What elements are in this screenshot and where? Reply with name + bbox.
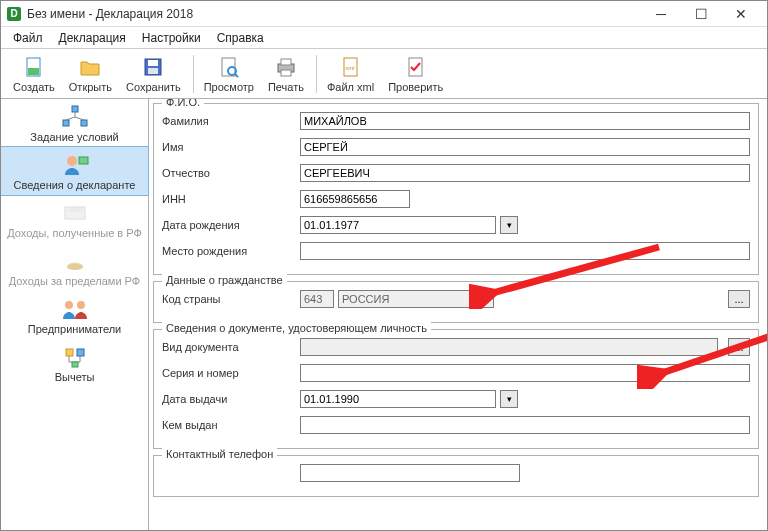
menubar: Файл Декларация Настройки Справка (1, 27, 767, 49)
menu-settings[interactable]: Настройки (134, 28, 209, 48)
doc-type-browse-button[interactable]: ... (728, 338, 750, 356)
toolbar-open-label: Открыть (69, 81, 112, 93)
toolbar-preview[interactable]: Просмотр (198, 52, 260, 96)
svg-line-7 (235, 74, 238, 77)
issued-by-label: Кем выдан (162, 419, 300, 431)
main-area: Задание условий Сведения о декларанте До… (1, 99, 767, 530)
groupbox-fio: Ф.И.О. Фамилия Имя Отчество ИНН Дата рож… (153, 103, 759, 275)
issue-date-dropdown-button[interactable]: ▾ (500, 390, 518, 408)
minimize-button[interactable]: ─ (641, 1, 681, 27)
inn-input[interactable] (300, 190, 410, 208)
country-browse-button[interactable]: ... (728, 290, 750, 308)
patronymic-label: Отчество (162, 167, 300, 179)
groupbox-phone: Контактный телефон (153, 455, 759, 497)
issued-by-input[interactable] (300, 416, 750, 434)
toolbar-check-label: Проверить (388, 81, 443, 93)
save-icon (141, 55, 165, 79)
new-file-icon (22, 55, 46, 79)
toolbar-save[interactable]: Сохранить (120, 52, 187, 96)
svg-rect-15 (63, 120, 69, 126)
sidebar-item-income-rf[interactable]: Доходы, полученные в РФ (1, 195, 148, 243)
toolbar: Создать Открыть Сохранить Просмотр Печат… (1, 49, 767, 99)
content-area: Ф.И.О. Фамилия Имя Отчество ИНН Дата рож… (149, 99, 767, 530)
conditions-icon (59, 105, 91, 129)
dob-dropdown-button[interactable]: ▾ (500, 216, 518, 234)
country-code-input (300, 290, 334, 308)
groupbox-citizenship: Данные о гражданстве Код страны ... (153, 281, 759, 323)
svg-text:xml: xml (345, 65, 354, 71)
groupbox-id-doc: Сведения о документе, удостоверяющем лич… (153, 329, 759, 449)
toolbar-print-label: Печать (268, 81, 304, 93)
check-icon (404, 55, 428, 79)
sidebar-label: Предприниматели (28, 323, 121, 335)
svg-rect-21 (79, 157, 88, 164)
groupbox-legend: Ф.И.О. (162, 99, 204, 108)
menu-declaration[interactable]: Декларация (51, 28, 134, 48)
svg-rect-3 (148, 60, 158, 66)
close-button[interactable]: ✕ (721, 1, 761, 27)
dob-input[interactable] (300, 216, 496, 234)
toolbar-create-label: Создать (13, 81, 55, 93)
maximize-button[interactable]: ☐ (681, 1, 721, 27)
svg-line-19 (75, 117, 84, 120)
sidebar-item-conditions[interactable]: Задание условий (1, 99, 148, 147)
deductions-icon (59, 345, 91, 369)
issue-date-input[interactable] (300, 390, 496, 408)
sidebar-item-declarant[interactable]: Сведения о декларанте (0, 146, 149, 196)
name-label: Имя (162, 141, 300, 153)
svg-rect-16 (81, 120, 87, 126)
toolbar-separator (316, 55, 317, 93)
svg-rect-27 (66, 349, 73, 356)
titlebar: D Без имени - Декларация 2018 ─ ☐ ✕ (1, 1, 767, 27)
app-icon: D (7, 7, 21, 21)
svg-point-20 (67, 156, 77, 166)
entrepreneurs-icon (59, 297, 91, 321)
surname-label: Фамилия (162, 115, 300, 127)
series-input[interactable] (300, 364, 750, 382)
xml-file-icon: xml (339, 55, 363, 79)
print-icon (274, 55, 298, 79)
toolbar-open[interactable]: Открыть (63, 52, 118, 96)
svg-rect-9 (281, 59, 291, 65)
svg-point-23 (67, 208, 83, 212)
toolbar-xml[interactable]: xml Файл xml (321, 52, 380, 96)
svg-line-18 (66, 117, 75, 120)
phone-input[interactable] (300, 464, 520, 482)
pob-input[interactable] (300, 242, 750, 260)
toolbar-check[interactable]: Проверить (382, 52, 449, 96)
income-foreign-icon (59, 249, 91, 273)
doc-type-label: Вид документа (162, 341, 300, 353)
doc-type-input[interactable] (300, 338, 718, 356)
toolbar-preview-label: Просмотр (204, 81, 254, 93)
name-input[interactable] (300, 138, 750, 156)
groupbox-legend: Данные о гражданстве (162, 274, 287, 286)
country-name-input (338, 290, 494, 308)
sidebar-item-income-foreign[interactable]: Доходы за пределами РФ (1, 243, 148, 291)
sidebar-item-entrepreneurs[interactable]: Предприниматели (1, 291, 148, 339)
svg-rect-4 (148, 68, 158, 74)
svg-point-25 (65, 301, 73, 309)
svg-point-26 (77, 301, 85, 309)
declarant-icon (59, 153, 91, 177)
country-code-label: Код страны (162, 293, 300, 305)
surname-input[interactable] (300, 112, 750, 130)
groupbox-legend: Сведения о документе, удостоверяющем лич… (162, 322, 431, 334)
svg-rect-14 (72, 106, 78, 112)
toolbar-create[interactable]: Создать (7, 52, 61, 96)
menu-file[interactable]: Файл (5, 28, 51, 48)
pob-label: Место рождения (162, 245, 300, 257)
sidebar-label: Вычеты (55, 371, 95, 383)
toolbar-print[interactable]: Печать (262, 52, 310, 96)
inn-label: ИНН (162, 193, 300, 205)
sidebar-item-deductions[interactable]: Вычеты (1, 339, 148, 387)
preview-icon (217, 55, 241, 79)
patronymic-input[interactable] (300, 164, 750, 182)
window-title: Без имени - Декларация 2018 (27, 7, 193, 21)
svg-rect-32 (72, 362, 78, 367)
toolbar-separator (193, 55, 194, 93)
menu-help[interactable]: Справка (209, 28, 272, 48)
groupbox-legend: Контактный телефон (162, 448, 277, 460)
svg-rect-1 (28, 68, 39, 75)
svg-rect-28 (77, 349, 84, 356)
sidebar-label: Задание условий (30, 131, 118, 143)
